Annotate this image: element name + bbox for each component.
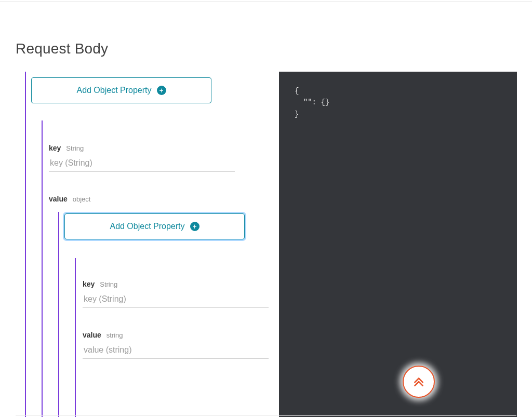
top-divider	[0, 1, 532, 2]
plus-icon: +	[157, 86, 166, 95]
tree-guideline-1	[25, 72, 26, 417]
bottom-divider	[16, 415, 516, 416]
tree-guideline-2	[42, 120, 43, 417]
add-object-property-button-root[interactable]: Add Object Property +	[31, 77, 211, 103]
code-preview: { "": {} }	[279, 72, 517, 417]
scroll-to-top-button[interactable]	[403, 366, 435, 398]
page-title: Request Body	[16, 41, 108, 57]
add-object-property-label: Add Object Property	[110, 222, 184, 231]
field-type: object	[73, 195, 91, 203]
field-label-root-value: value object	[49, 195, 90, 203]
tree-guideline-3	[58, 212, 59, 417]
field-label-nested-value: value string	[83, 331, 123, 339]
field-name: key	[83, 280, 95, 288]
field-name: value	[83, 331, 101, 339]
field-label-root-key: key String	[49, 144, 84, 152]
add-object-property-button-nested[interactable]: Add Object Property +	[64, 213, 245, 239]
input-nested-key[interactable]	[83, 291, 269, 308]
field-label-nested-key: key String	[83, 280, 117, 288]
field-name: value	[49, 195, 68, 203]
field-type: String	[100, 280, 117, 288]
input-root-key[interactable]	[49, 155, 235, 172]
tree-guideline-4	[75, 258, 76, 417]
double-chevron-up-icon	[412, 375, 425, 388]
field-type: string	[107, 331, 123, 339]
field-name: key	[49, 144, 61, 152]
plus-icon: +	[190, 222, 200, 231]
add-object-property-label: Add Object Property	[76, 86, 151, 95]
input-nested-value[interactable]	[83, 342, 269, 359]
field-type: String	[66, 144, 84, 152]
